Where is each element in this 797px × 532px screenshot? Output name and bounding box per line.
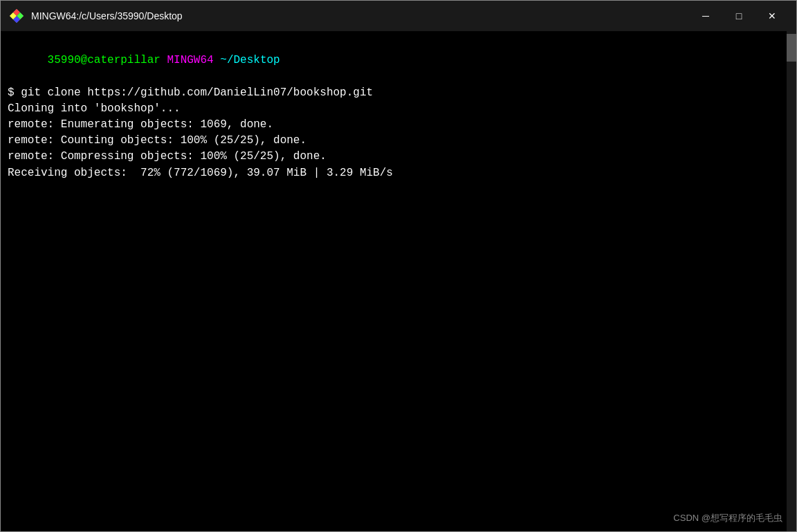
close-button[interactable]: ✕: [756, 5, 788, 27]
minimize-button[interactable]: ─: [690, 5, 722, 27]
output-line-2: remote: Enumerating objects: 1069, done.: [8, 117, 789, 133]
title-bar: MINGW64:/c/Users/35990/Desktop ─ □ ✕: [1, 1, 796, 31]
window-title: MINGW64:/c/Users/35990/Desktop: [31, 10, 690, 21]
prompt-user: 35990@caterpillar: [48, 54, 161, 66]
command-line: $ git clone https://github.com/DanielLin…: [8, 85, 789, 101]
terminal-window: MINGW64:/c/Users/35990/Desktop ─ □ ✕ 359…: [0, 0, 797, 532]
prompt-mingw: MINGW64: [167, 54, 213, 66]
output-line-4: remote: Compressing objects: 100% (25/25…: [8, 149, 789, 165]
terminal-body[interactable]: 35990@caterpillar MINGW64 ~/Desktop $ gi…: [1, 31, 796, 531]
maximize-button[interactable]: □: [723, 5, 755, 27]
watermark: CSDN @想写程序的毛毛虫: [673, 512, 782, 524]
output-line-1: Cloning into 'bookshop'...: [8, 101, 789, 117]
window-controls: ─ □ ✕: [690, 5, 788, 27]
prompt-line: 35990@caterpillar MINGW64 ~/Desktop: [8, 37, 789, 85]
app-icon: [9, 8, 24, 24]
prompt-space2: [214, 54, 221, 66]
prompt-space: [161, 54, 167, 66]
scrollbar[interactable]: [787, 31, 796, 531]
output-line-5: Receiving objects: 72% (772/1069), 39.07…: [8, 165, 789, 181]
scrollbar-thumb[interactable]: [787, 34, 796, 62]
prompt-path: ~/Desktop: [220, 54, 280, 66]
output-line-3: remote: Counting objects: 100% (25/25), …: [8, 133, 789, 149]
mingw-icon: [9, 8, 24, 24]
